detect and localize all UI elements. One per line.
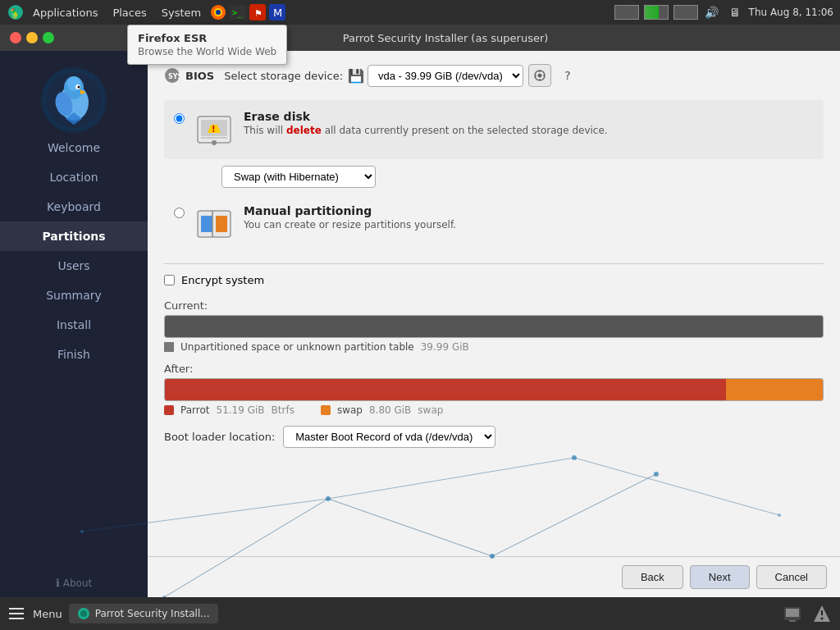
- sidebar-item-welcome[interactable]: Welcome: [0, 133, 148, 162]
- sidebar-item-keyboard[interactable]: Keyboard: [0, 192, 148, 221]
- about-button[interactable]: ℹ About: [48, 568, 100, 597]
- clock-display: Thu Aug 8, 11:06: [749, 7, 833, 18]
- section-divider: [164, 263, 824, 264]
- taskbar-parrot-icon: [77, 607, 90, 620]
- parrot-os-icon[interactable]: 🦜: [7, 3, 25, 21]
- taskbar-left: Menu Parrot Security Install...: [7, 604, 218, 623]
- sidebar-item-install[interactable]: Install: [0, 310, 148, 340]
- parrot-partition-bar: [165, 379, 726, 400]
- next-button[interactable]: Next: [690, 565, 750, 589]
- sidebar-item-partitions[interactable]: Partitions: [0, 221, 148, 251]
- network-icon: [644, 5, 669, 20]
- bootloader-label: Boot loader location:: [164, 431, 275, 443]
- window-titlebar: Parrot Security Installer (as superuser): [0, 25, 840, 51]
- firefox-icon[interactable]: [209, 3, 227, 21]
- current-label: Current:: [164, 299, 824, 312]
- taskbar-right: [781, 602, 833, 625]
- parrot-legend-label: Parrot: [180, 404, 210, 416]
- taskbar-menu-icon[interactable]: [7, 604, 26, 623]
- taskbar-app-label: Parrot Security Install...: [95, 608, 210, 619]
- swap-legend-dot: [321, 405, 331, 415]
- svg-point-17: [216, 10, 221, 15]
- current-disk-info: Unpartitioned space or unknown partition…: [164, 341, 824, 353]
- svg-rect-52: [9, 613, 24, 614]
- info-icon: ℹ: [56, 577, 60, 589]
- encrypt-row: Encrypt system: [164, 274, 824, 286]
- storage-select-wrapper: Select storage device: 💾 vda - 39.99 GiB…: [224, 64, 579, 87]
- svg-point-61: [821, 618, 824, 620]
- top-menubar: 🦜 Applications Places System >_ ⚑: [0, 0, 840, 25]
- volume-icon[interactable]: 🔊: [703, 3, 721, 21]
- sidebar-item-finish[interactable]: Finish: [0, 340, 148, 369]
- sidebar-nav: Welcome Location Keyboard Partitions Use…: [0, 133, 148, 369]
- storage-help-button[interactable]: ?: [556, 64, 579, 87]
- manual-partitioning-info: Manual partitioning You can create or re…: [244, 204, 456, 231]
- taskbar-icon-2[interactable]: [810, 602, 833, 625]
- swap-legend-size: 8.80 GiB: [369, 404, 411, 416]
- svg-rect-53: [9, 618, 24, 619]
- erase-disk-icon: !: [194, 110, 234, 149]
- current-disk-bar: [164, 315, 824, 338]
- sidebar-item-users[interactable]: Users: [0, 251, 148, 281]
- battery-icon: [614, 5, 639, 20]
- svg-text:M: M: [273, 7, 282, 19]
- taskbar-app-parrot[interactable]: Parrot Security Install...: [69, 604, 218, 623]
- app-icon-blue[interactable]: M: [268, 3, 286, 21]
- current-disk-section: Current: Unpartitioned space or unknown …: [164, 299, 824, 353]
- bootloader-select[interactable]: Master Boot Record of vda (/dev/vda): [283, 426, 495, 448]
- storage-device-select[interactable]: vda - 39.99 GiB (/dev/vda): [368, 65, 523, 87]
- disk-icon: 💾: [348, 68, 364, 84]
- swap-legend-label: swap: [337, 404, 363, 416]
- erase-disk-info: Erase disk This will delete all data cur…: [244, 110, 608, 136]
- bios-label: SYS BIOS: [164, 67, 214, 84]
- taskbar: Menu Parrot Security Install...: [0, 597, 840, 630]
- sidebar-item-summary[interactable]: Summary: [0, 281, 148, 310]
- close-button[interactable]: [10, 32, 21, 43]
- svg-text:>_: >_: [232, 8, 243, 18]
- firefox-tooltip-title: Firefox ESR: [138, 32, 276, 44]
- sidebar-item-location[interactable]: Location: [0, 162, 148, 192]
- manual-partitioning-icon: [194, 204, 234, 244]
- another-icon: [673, 5, 698, 20]
- app-icon-red[interactable]: ⚑: [249, 3, 267, 21]
- erase-disk-option[interactable]: ! Erase disk This will delete all data c…: [164, 100, 824, 159]
- sidebar: Welcome Location Keyboard Partitions Use…: [0, 51, 148, 597]
- swap-partition-bar: [726, 379, 823, 400]
- firefox-tooltip: Firefox ESR Browse the World Wide Web: [127, 25, 287, 65]
- system-menu[interactable]: System: [155, 5, 208, 21]
- svg-text:⚑: ⚑: [254, 8, 262, 19]
- svg-rect-57: [786, 609, 799, 617]
- current-bar-fill: [165, 316, 823, 337]
- storage-settings-button[interactable]: [528, 64, 551, 87]
- bios-icon: SYS: [164, 67, 180, 84]
- manual-partitioning-option[interactable]: Manual partitioning You can create or re…: [164, 194, 824, 253]
- terminal-icon[interactable]: >_: [229, 3, 247, 21]
- maximize-button[interactable]: [43, 32, 54, 43]
- parrot-legend-size: 51.19 GiB: [217, 404, 265, 416]
- svg-rect-58: [789, 620, 796, 622]
- firefox-tooltip-subtitle: Browse the World Wide Web: [138, 46, 276, 57]
- content-area: SYS BIOS Select storage device: 💾 vda - …: [148, 51, 840, 597]
- taskbar-icon-1[interactable]: [781, 602, 804, 625]
- parrot-legend-fs: Btrfs: [272, 404, 294, 416]
- taskbar-menu-label[interactable]: Menu: [33, 608, 62, 620]
- unpartitioned-dot: [164, 342, 174, 352]
- after-disk-bar: [164, 378, 824, 401]
- back-button[interactable]: Back: [622, 565, 683, 589]
- swap-type-select[interactable]: Swap (with Hibernate) No swap Swap (with…: [221, 166, 376, 188]
- erase-disk-radio[interactable]: [174, 113, 185, 124]
- parrot-legend-dot: [164, 405, 174, 415]
- display-icon[interactable]: 🖥: [726, 3, 744, 21]
- cancel-button[interactable]: Cancel: [756, 565, 827, 589]
- manual-partitioning-radio[interactable]: [174, 208, 185, 218]
- parrot-logo: [41, 67, 107, 133]
- after-disk-legend: Parrot 51.19 GiB Btrfs swap 8.80 GiB swa…: [164, 404, 824, 416]
- swap-dropdown: Swap (with Hibernate) No swap Swap (with…: [221, 166, 824, 188]
- encrypt-checkbox[interactable]: [164, 275, 175, 285]
- minimize-button[interactable]: [26, 32, 38, 43]
- bios-row: SYS BIOS Select storage device: 💾 vda - …: [164, 64, 824, 87]
- places-menu[interactable]: Places: [106, 5, 153, 21]
- encrypt-label[interactable]: Encrypt system: [181, 274, 264, 286]
- button-row: Back Next Cancel: [148, 556, 840, 597]
- applications-menu[interactable]: Applications: [26, 5, 104, 21]
